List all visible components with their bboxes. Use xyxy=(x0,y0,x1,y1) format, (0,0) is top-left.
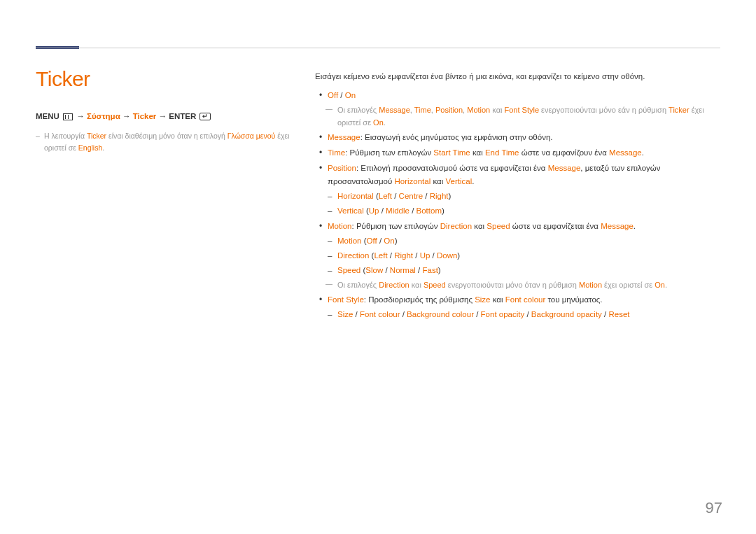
note-english: English xyxy=(78,143,102,152)
o: Font colour xyxy=(360,310,400,318)
o: Slow xyxy=(365,266,383,274)
fontstyle-options: Size / Font colour / Background colour /… xyxy=(328,308,721,321)
o: Centre xyxy=(399,192,424,200)
left-column: Ticker MENU → Σύστημα → Ticker → ENTER Η… xyxy=(36,67,295,154)
t: του μηνύματος. xyxy=(545,295,602,304)
note-ticker: Ticker xyxy=(87,132,106,140)
t: Message xyxy=(609,148,642,157)
offon-footnote: Οι επιλογές Message, Time, Position, Mot… xyxy=(328,104,721,129)
enter-icon xyxy=(200,113,211,120)
lbl: Position xyxy=(328,164,356,172)
note-text: . xyxy=(102,143,104,152)
lbl: Font Style xyxy=(328,295,364,304)
item-message: Message: Εισαγωγή ενός μηνύματος για εμφ… xyxy=(315,131,721,144)
arrow: → xyxy=(159,112,167,120)
t: Οι επιλογές xyxy=(337,106,379,114)
t: . xyxy=(634,222,636,230)
opt-on: On xyxy=(345,91,356,99)
t: . xyxy=(665,281,667,289)
t: On xyxy=(373,118,384,127)
t: και xyxy=(472,222,486,230)
t: Message xyxy=(548,164,581,172)
t: Motion xyxy=(467,106,490,114)
slash: / xyxy=(338,91,345,99)
t: Font Style xyxy=(505,106,540,114)
right-column: Εισάγει κείμενο ενώ εμφανίζεται ένα βίντ… xyxy=(315,70,721,323)
o: Bottom xyxy=(416,206,442,215)
lbl: Message xyxy=(328,133,360,141)
t: : Ρύθμιση των επιλογών xyxy=(352,222,440,230)
t: Size xyxy=(475,295,490,304)
t: : Ρύθμιση των επιλογών xyxy=(345,148,433,157)
t: ενεργοποιούνται μόνο εάν η ρύθμιση xyxy=(539,106,668,114)
t: και xyxy=(490,106,504,114)
note-lang: Γλώσσα μενού xyxy=(227,132,276,140)
o: Right xyxy=(394,251,413,260)
o: Left xyxy=(374,251,387,260)
t: Font colour xyxy=(505,295,546,304)
o: Up xyxy=(369,206,379,215)
lbl: Motion xyxy=(328,222,352,230)
t: . xyxy=(472,177,474,185)
page-number: 97 xyxy=(706,499,722,517)
t: : Προσδιορισμός της ρύθμισης xyxy=(364,295,475,304)
crumb-system: Σύστημα xyxy=(87,112,120,120)
o: Middle xyxy=(386,206,410,215)
t: Time xyxy=(414,106,431,114)
o: Background colour xyxy=(407,310,474,318)
lbl: Direction xyxy=(337,251,369,260)
lbl: Vertical xyxy=(337,206,364,215)
t: . xyxy=(642,148,644,157)
lbl: Motion xyxy=(337,237,362,245)
t: On xyxy=(654,281,665,289)
item-fontstyle: Font Style: Προσδιορισμός της ρύθμισης S… xyxy=(315,293,721,321)
lbl: Speed xyxy=(337,266,360,274)
intro-text: Εισάγει κείμενο ενώ εμφανίζεται ένα βίντ… xyxy=(315,70,721,83)
t: . xyxy=(384,118,386,127)
t: ενεργοποιούνται μόνο όταν η ρύθμιση xyxy=(446,281,579,289)
arrow: → xyxy=(122,112,131,120)
o: Up xyxy=(420,251,430,260)
menu-label: MENU xyxy=(36,112,59,120)
arrow: → xyxy=(76,112,85,120)
o: Off xyxy=(367,237,377,245)
t: Motion xyxy=(579,281,602,289)
menu-icon xyxy=(63,113,73,120)
lbl: Time xyxy=(328,148,345,157)
breadcrumb: MENU → Σύστημα → Ticker → ENTER xyxy=(36,112,295,120)
t: και xyxy=(491,295,505,304)
note-text: Η λειτουργία xyxy=(44,132,87,140)
o: Fast xyxy=(422,266,438,274)
txt: : Εισαγωγή ενός μηνύματος για εμφάνιση σ… xyxy=(360,133,553,141)
t: έχει οριστεί σε xyxy=(602,281,654,289)
t: Vertical xyxy=(445,177,472,185)
t: Position xyxy=(435,106,463,114)
t: Direction xyxy=(440,222,472,230)
left-note: Η λειτουργία Ticker είναι διαθέσιμη μόνο… xyxy=(36,130,295,154)
o: Font opacity xyxy=(481,310,525,318)
lbl: Horizontal xyxy=(337,192,374,200)
enter-label: ENTER xyxy=(169,112,196,120)
t: και xyxy=(410,281,424,289)
t: ώστε να εμφανίζουν ένα xyxy=(519,148,610,157)
t: ώστε να εμφανίζεται ένα xyxy=(510,222,601,230)
t: Speed xyxy=(424,281,446,289)
motion-direction: Direction (Left / Right / Up / Down) xyxy=(328,249,721,262)
t: End Time xyxy=(485,148,519,157)
opt-off: Off xyxy=(328,91,338,99)
motion-speed: Speed (Slow / Normal / Fast) xyxy=(328,264,721,277)
o: Down xyxy=(437,251,457,260)
o: Background opacity xyxy=(531,310,602,318)
item-position: Position: Επιλογή προσανατολισμού ώστε ν… xyxy=(315,162,721,218)
o: Reset xyxy=(608,310,629,318)
item-time: Time: Ρύθμιση των επιλογών Start Time κα… xyxy=(315,146,721,160)
t: και xyxy=(430,177,445,185)
t: Ticker xyxy=(668,106,690,114)
pos-horizontal: Horizontal (Left / Centre / Right) xyxy=(328,190,721,203)
t: Direction xyxy=(379,281,409,289)
header-rule xyxy=(36,48,720,48)
t: Message xyxy=(379,106,410,114)
t: Horizontal xyxy=(394,177,430,185)
crumb-ticker: Ticker xyxy=(133,112,157,120)
o: Right xyxy=(430,192,449,200)
